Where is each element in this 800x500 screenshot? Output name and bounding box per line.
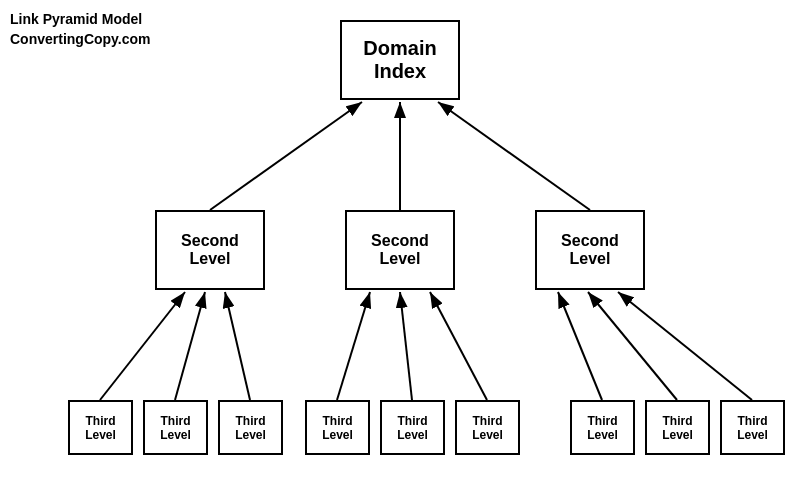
node-third-9: ThirdLevel	[720, 400, 785, 455]
svg-line-4	[100, 292, 185, 400]
brand-line2: ConvertingCopy.com	[10, 30, 151, 50]
svg-line-9	[430, 292, 487, 400]
svg-line-1	[210, 102, 362, 210]
node-third-2: ThirdLevel	[143, 400, 208, 455]
branding-label: Link Pyramid Model ConvertingCopy.com	[10, 10, 151, 49]
svg-line-7	[337, 292, 370, 400]
svg-line-12	[618, 292, 752, 400]
svg-line-5	[175, 292, 205, 400]
svg-line-8	[400, 292, 412, 400]
node-second-3: SecondLevel	[535, 210, 645, 290]
node-domain: DomainIndex	[340, 20, 460, 100]
svg-line-10	[558, 292, 602, 400]
second-label-3: SecondLevel	[561, 232, 619, 268]
node-third-3: ThirdLevel	[218, 400, 283, 455]
node-second-1: SecondLevel	[155, 210, 265, 290]
second-label-2: SecondLevel	[371, 232, 429, 268]
node-third-7: ThirdLevel	[570, 400, 635, 455]
svg-line-3	[438, 102, 590, 210]
svg-line-6	[225, 292, 250, 400]
node-third-1: ThirdLevel	[68, 400, 133, 455]
domain-label: DomainIndex	[363, 37, 436, 83]
brand-line1: Link Pyramid Model	[10, 10, 151, 30]
node-third-8: ThirdLevel	[645, 400, 710, 455]
second-label-1: SecondLevel	[181, 232, 239, 268]
node-third-4: ThirdLevel	[305, 400, 370, 455]
node-third-6: ThirdLevel	[455, 400, 520, 455]
node-second-2: SecondLevel	[345, 210, 455, 290]
node-third-5: ThirdLevel	[380, 400, 445, 455]
svg-line-11	[588, 292, 677, 400]
